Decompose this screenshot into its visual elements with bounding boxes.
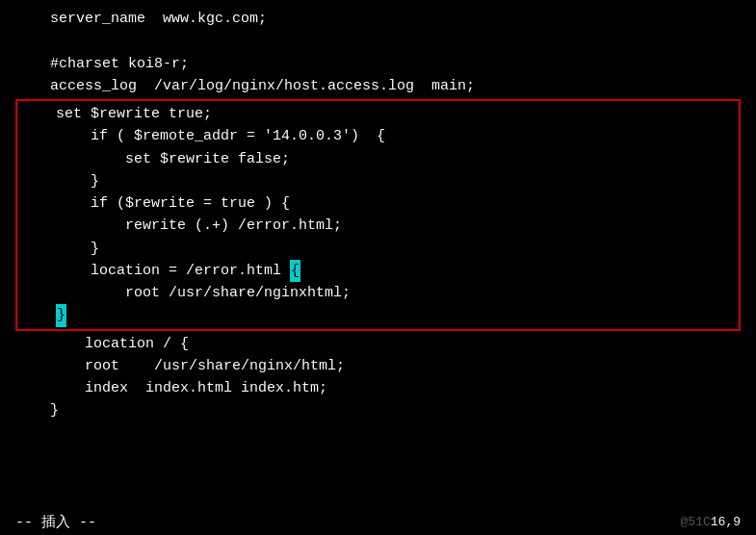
box-line-3: set $rewrite false;	[21, 148, 735, 170]
box-line-7: }	[21, 238, 735, 260]
after-line-4: }	[15, 399, 741, 421]
insert-mode-label: -- 插入 --	[15, 513, 96, 531]
code-line-3: #charset koi8-r;	[15, 53, 741, 75]
box-line-10: }	[21, 304, 735, 326]
box-line-5: if ($rewrite = true ) {	[21, 192, 735, 215]
code-line-2	[15, 30, 741, 52]
box-line-1: set $rewrite true;	[21, 103, 735, 125]
box-line-8: location = /error.html {	[21, 260, 735, 282]
box-line-6: rewrite (.+) /error.html;	[21, 215, 735, 237]
after-line-3: index index.html index.htm;	[15, 377, 741, 399]
box-line-9: root /usr/share/nginxhtml;	[21, 282, 735, 304]
status-bar: -- 插入 -- @51C16,9	[0, 509, 756, 535]
cursor-end: }	[56, 304, 66, 326]
code-editor: server_name www.kgc.com; #charset koi8-r…	[0, 0, 756, 430]
code-line-4: access_log /var/log/nginx/host.access.lo…	[15, 75, 741, 97]
position-label: 16,9	[711, 515, 741, 529]
highlighted-code-block: set $rewrite true; if ( $remote_addr = '…	[15, 99, 741, 331]
cursor-brace: {	[290, 260, 300, 282]
after-line-1: location / {	[15, 333, 741, 355]
code-line-1: server_name www.kgc.com;	[15, 8, 741, 30]
box-line-2: if ( $remote_addr = '14.0.0.3') {	[21, 125, 735, 147]
after-line-2: root /usr/share/nginx/html;	[15, 355, 741, 377]
box-line-4: }	[21, 170, 735, 192]
watermark-text: @51C16,9	[681, 515, 741, 529]
